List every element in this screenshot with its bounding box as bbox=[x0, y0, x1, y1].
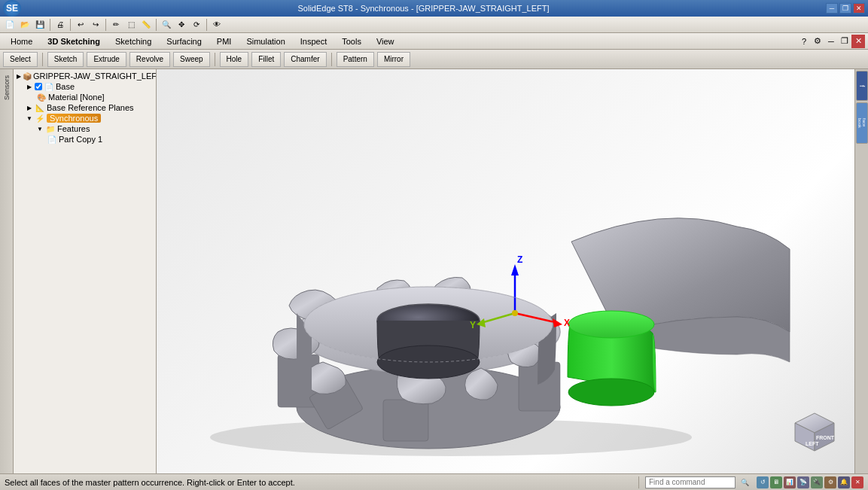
zoom-button[interactable]: 🔍 bbox=[160, 18, 173, 32]
ribbon-mirror[interactable]: Mirror bbox=[377, 52, 410, 67]
toolbar-separator-4 bbox=[156, 19, 157, 31]
tree-item-base[interactable]: ▶ 📄 Base bbox=[15, 81, 154, 92]
tree-icon-material: 🎨 bbox=[36, 93, 47, 102]
menu-pmi[interactable]: PMI bbox=[209, 33, 239, 50]
titlebar-title: SolidEdge ST8 - Synchronous - [GRIPPER-J… bbox=[21, 4, 826, 13]
menu-home[interactable]: Home bbox=[3, 33, 40, 50]
search-submit-button[interactable]: 🔍 bbox=[739, 476, 751, 488]
view-button[interactable]: 👁 bbox=[210, 18, 224, 32]
status-icon-6[interactable]: ⚙ bbox=[824, 476, 836, 488]
tree-item-synchronous[interactable]: ▼ ⚡ Synchronous bbox=[15, 113, 154, 123]
right-panel-facebook-button[interactable]: facebook bbox=[856, 102, 868, 144]
titlebar-left: SE bbox=[3, 0, 21, 17]
ribbon-revolve[interactable]: Revolve bbox=[129, 52, 170, 67]
menu-inspect[interactable]: Inspect bbox=[293, 33, 334, 50]
app-logo-text: SE bbox=[6, 3, 18, 14]
tree-label-partcopy1: Part Copy 1 bbox=[59, 135, 102, 144]
menu-surfacing[interactable]: Surfacing bbox=[159, 33, 209, 50]
tree-label-refplanes: Base Reference Planes bbox=[47, 103, 134, 112]
tree-icon-features: 📁 bbox=[45, 124, 56, 133]
status-icon-7[interactable]: 🔔 bbox=[838, 476, 850, 488]
status-icon-close[interactable]: ✕ bbox=[851, 476, 863, 488]
restore-button[interactable]: ❐ bbox=[839, 3, 851, 14]
tree-toggle-features[interactable]: ▼ bbox=[36, 125, 44, 132]
gear-svg: Z X Y bbox=[157, 91, 797, 467]
open-button[interactable]: 📂 bbox=[18, 18, 32, 32]
minimize-button[interactable]: ─ bbox=[826, 3, 838, 14]
toolbar-separator-5 bbox=[206, 19, 207, 31]
ribbon-sep-3 bbox=[331, 53, 332, 66]
tree-item-material[interactable]: 🎨 Material [None] bbox=[15, 92, 154, 102]
status-icon-5[interactable]: 🔌 bbox=[811, 476, 823, 488]
tree-label-synchronous: Synchronous bbox=[47, 114, 101, 123]
ribbon-fillet[interactable]: Fillet bbox=[251, 52, 281, 67]
tree-label-features: Features bbox=[57, 124, 90, 133]
pan-button[interactable]: ✥ bbox=[175, 18, 188, 32]
help-button[interactable]: ? bbox=[797, 35, 811, 48]
svg-text:LEFT: LEFT bbox=[806, 441, 819, 446]
ribbon-select[interactable]: Select bbox=[3, 52, 38, 67]
window-close-button[interactable]: ✕ bbox=[851, 35, 865, 48]
find-command-input[interactable] bbox=[645, 476, 736, 488]
svg-marker-17 bbox=[553, 318, 562, 327]
menu-3d-sketching[interactable]: 3D Sketching bbox=[40, 33, 108, 50]
tree-toggle-synchronous[interactable]: ▼ bbox=[26, 114, 33, 122]
status-icon-2[interactable]: 🖥 bbox=[770, 476, 782, 488]
rotate-button[interactable]: ⟳ bbox=[190, 18, 203, 32]
ribbon-sep-1 bbox=[42, 53, 43, 66]
navcube[interactable]: LEFT FRONT bbox=[790, 409, 839, 458]
svg-point-22 bbox=[512, 310, 518, 316]
ribbon-sketch[interactable]: Sketch bbox=[47, 52, 84, 67]
tree-toggle-base[interactable]: ▶ bbox=[26, 83, 33, 90]
save-button[interactable]: 💾 bbox=[33, 18, 47, 32]
left-sidebar: Sensors bbox=[0, 69, 14, 473]
status-text: Select all faces of the master pattern o… bbox=[5, 478, 632, 487]
tree-item-refplanes[interactable]: ▶ 📐 Base Reference Planes bbox=[15, 102, 154, 113]
right-panel-f-button[interactable]: f bbox=[856, 71, 868, 101]
ribbon: Select Sketch Extrude Revolve Sweep Hole… bbox=[0, 50, 868, 69]
ribbon-hole[interactable]: Hole bbox=[220, 52, 249, 67]
print-button[interactable]: 🖨 bbox=[53, 18, 67, 32]
svg-text:Y: Y bbox=[470, 320, 476, 330]
ribbon-sweep[interactable]: Sweep bbox=[173, 52, 210, 67]
svg-text:Z: Z bbox=[517, 254, 522, 265]
svg-rect-4 bbox=[383, 400, 428, 441]
menu-sketching[interactable]: Sketching bbox=[108, 33, 159, 50]
undo-button[interactable]: ↩ bbox=[74, 18, 87, 32]
viewport[interactable]: Z X Y bbox=[157, 69, 854, 473]
tree-icon-partcopy1: 📄 bbox=[47, 135, 57, 144]
feature-tree[interactable]: ▶ 📦 GRIPPER-JAW_STRAIGHT_LEFT ▶ 📄 Base 🎨… bbox=[14, 69, 157, 473]
sidebar-tab-sensors[interactable]: Sensors bbox=[2, 72, 12, 103]
menu-view[interactable]: View bbox=[369, 33, 402, 50]
select-button[interactable]: ⬚ bbox=[124, 18, 138, 32]
tree-toggle-root[interactable]: ▶ bbox=[17, 72, 21, 80]
window-max-button[interactable]: ❐ bbox=[838, 35, 851, 48]
tree-item-features[interactable]: ▼ 📁 Features bbox=[15, 123, 154, 134]
settings-button[interactable]: ⚙ bbox=[811, 35, 824, 48]
menu-tools[interactable]: Tools bbox=[334, 33, 369, 50]
ribbon-pattern[interactable]: Pattern bbox=[337, 52, 374, 67]
3d-scene[interactable]: Z X Y bbox=[157, 69, 854, 473]
status-divider-1 bbox=[638, 476, 639, 488]
ribbon-extrude[interactable]: Extrude bbox=[87, 52, 126, 67]
ribbon-chamfer[interactable]: Chamfer bbox=[284, 52, 326, 67]
menu-simulation[interactable]: Simulation bbox=[239, 33, 292, 50]
tree-toggle-refplanes[interactable]: ▶ bbox=[26, 104, 33, 111]
new-button[interactable]: 📄 bbox=[3, 18, 17, 32]
close-button[interactable]: ✕ bbox=[853, 3, 865, 14]
tree-item-partcopy1[interactable]: 📄 Part Copy 1 bbox=[15, 134, 154, 145]
redo-button[interactable]: ↪ bbox=[89, 18, 102, 32]
tree-label-root: GRIPPER-JAW_STRAIGHT_LEFT bbox=[33, 72, 157, 81]
tree-root[interactable]: ▶ 📦 GRIPPER-JAW_STRAIGHT_LEFT bbox=[15, 71, 154, 81]
sketch-button[interactable]: ✏ bbox=[109, 18, 123, 32]
status-search: 🔍 bbox=[645, 476, 751, 488]
tree-check-base[interactable] bbox=[35, 83, 42, 90]
measure-button[interactable]: 📏 bbox=[139, 18, 153, 32]
svg-text:X: X bbox=[564, 318, 570, 328]
status-icon-3[interactable]: 📊 bbox=[784, 476, 796, 488]
svg-point-12 bbox=[568, 379, 654, 406]
status-icon-1[interactable]: ↺ bbox=[757, 476, 769, 488]
app-logo: SE bbox=[3, 0, 21, 17]
window-min-button[interactable]: ─ bbox=[824, 35, 838, 48]
status-icon-4[interactable]: 📡 bbox=[797, 476, 809, 488]
